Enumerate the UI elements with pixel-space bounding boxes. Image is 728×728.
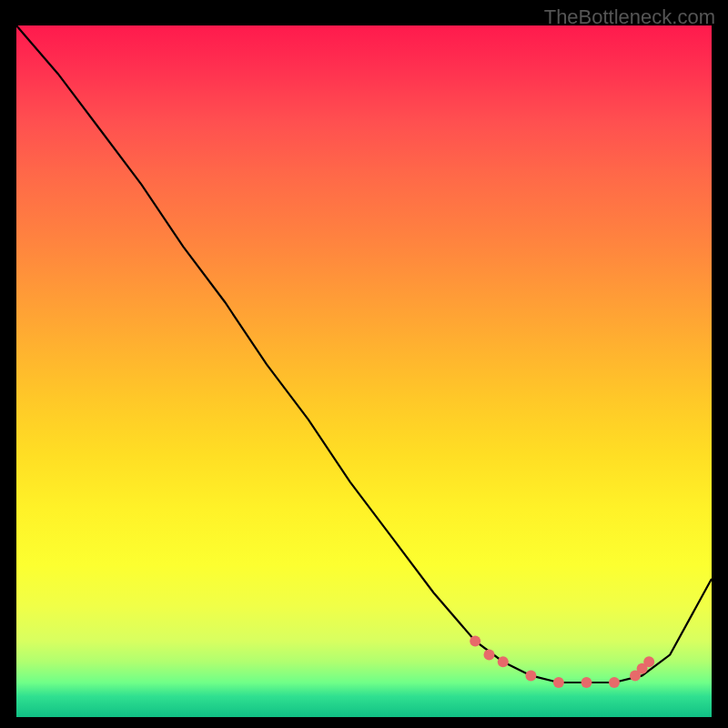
marker-dot bbox=[553, 677, 564, 688]
watermark-text: TheBottleneck.com bbox=[544, 5, 715, 29]
marker-dot bbox=[525, 670, 536, 681]
curve-line bbox=[16, 25, 712, 682]
marker-dot bbox=[470, 635, 480, 646]
marker-dot bbox=[643, 656, 654, 667]
marker-dot bbox=[498, 656, 509, 667]
chart-svg bbox=[16, 25, 712, 717]
marker-dot bbox=[609, 677, 620, 688]
marker-dot bbox=[581, 677, 592, 688]
curve-path bbox=[16, 25, 712, 682]
plot-area bbox=[16, 25, 712, 717]
marker-dot bbox=[484, 650, 495, 661]
